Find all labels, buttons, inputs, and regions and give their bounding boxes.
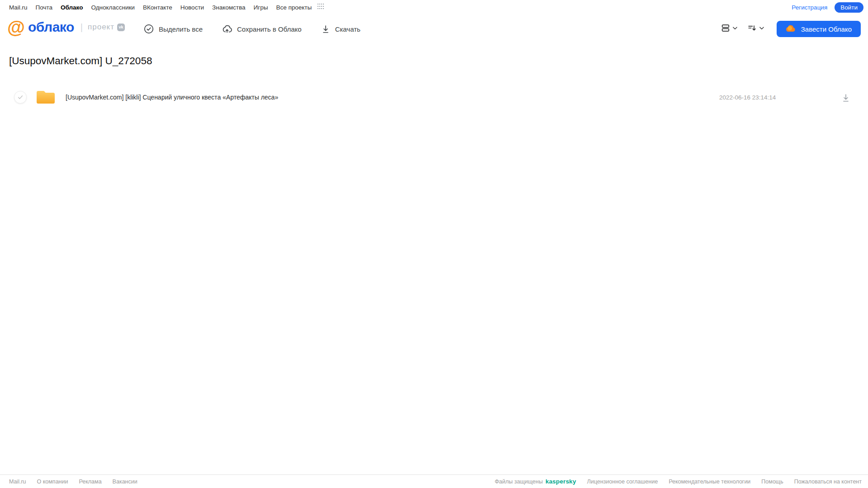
download-label: Скачать (335, 25, 360, 33)
save-to-cloud-button[interactable]: Сохранить в Облако (222, 24, 302, 34)
select-all-button[interactable]: Выделить все (143, 24, 203, 34)
file-list-row[interactable]: [UsupovMarket.com] [klikli] Сценарий ули… (0, 87, 868, 108)
footer-link-about[interactable]: О компании (37, 479, 68, 485)
file-date: 2022-06-16 23:14:14 (719, 87, 776, 108)
login-button[interactable]: Войти (835, 2, 863, 13)
list-view-icon (721, 23, 730, 35)
cloud-upload-icon (222, 24, 232, 34)
check-circle-icon (143, 24, 154, 34)
protected-by-text: Файлы защищены (495, 479, 543, 485)
kaspersky-logo[interactable]: kaspersky (545, 478, 576, 485)
nav-item-dating[interactable]: Знакомства (212, 4, 245, 11)
nav-item-odnoklassniki[interactable]: Одноклассники (91, 4, 134, 11)
footer-link-license[interactable]: Лицензионное соглашение (587, 479, 658, 485)
footer-right-links: Файлы защищены kaspersky Лицензионное со… (495, 478, 862, 485)
nav-item-games[interactable]: Игры (254, 4, 268, 11)
file-actions-toolbar: Выделить все Сохранить в Облако Скачать (143, 14, 360, 43)
vk-project-label: проект (88, 23, 114, 32)
save-to-cloud-label: Сохранить в Облако (237, 25, 302, 33)
all-projects-grid-icon[interactable] (317, 3, 324, 11)
nav-item-vkontakte[interactable]: ВКонтакте (143, 4, 172, 11)
top-nav-bar: Mail.ru Почта Облако Одноклассники ВКонт… (0, 0, 868, 14)
footer-link-recommendations[interactable]: Рекомендательные технологии (669, 479, 750, 485)
cloud-logo[interactable]: @ облако | проект vk (7, 18, 125, 36)
nav-item-cloud[interactable]: Облако (61, 4, 83, 11)
row-download-button[interactable] (840, 92, 852, 105)
cloud-logo-text: облако (28, 18, 74, 36)
nav-item-mail[interactable]: Почта (36, 4, 53, 11)
logo-divider: | (81, 22, 83, 33)
cloud-colored-icon (786, 24, 797, 34)
top-nav-auth: Регистрация Войти (792, 0, 863, 14)
footer-link-report[interactable]: Пожаловаться на контент (794, 479, 862, 485)
sort-dropdown[interactable] (745, 21, 767, 37)
file-name-link[interactable]: [UsupovMarket.com] [klikli] Сценарий ули… (66, 87, 278, 108)
footer-bar: Mail.ru О компании Реклама Вакансии Файл… (0, 474, 868, 488)
chevron-down-icon (732, 25, 738, 33)
row-checkbox[interactable] (14, 91, 27, 104)
nav-item-mailru[interactable]: Mail.ru (9, 4, 28, 11)
registration-link[interactable]: Регистрация (792, 4, 827, 11)
header-bar: @ облако | проект vk Выделить все Сохран… (0, 14, 868, 43)
vk-logo-icon: vk (117, 24, 125, 31)
protected-by-label: Файлы защищены kaspersky (495, 478, 576, 485)
get-cloud-button[interactable]: Завести Облако (777, 21, 861, 37)
header-right-controls: Завести Облако (719, 14, 861, 43)
mailru-at-icon: @ (7, 18, 25, 36)
get-cloud-label: Завести Облако (801, 25, 852, 33)
download-icon (841, 93, 851, 103)
folder-icon[interactable] (35, 89, 56, 108)
footer-link-jobs[interactable]: Вакансии (113, 479, 138, 485)
footer-link-help[interactable]: Помощь (761, 479, 783, 485)
footer-link-mailru[interactable]: Mail.ru (9, 479, 26, 485)
sort-icon (747, 23, 757, 35)
select-all-label: Выделить все (159, 25, 203, 33)
chevron-down-icon (759, 25, 765, 33)
download-icon (321, 24, 331, 34)
download-all-button[interactable]: Скачать (321, 24, 360, 34)
footer-link-ads[interactable]: Реклама (79, 479, 101, 485)
nav-item-all-projects[interactable]: Все проекты (276, 4, 312, 11)
page-title: [UsupovMarket.com] U_272058 (9, 55, 152, 67)
check-icon (17, 94, 24, 101)
nav-item-news[interactable]: Новости (180, 4, 204, 11)
view-mode-dropdown[interactable] (719, 21, 740, 37)
footer-left-links: Mail.ru О компании Реклама Вакансии (0, 479, 138, 485)
